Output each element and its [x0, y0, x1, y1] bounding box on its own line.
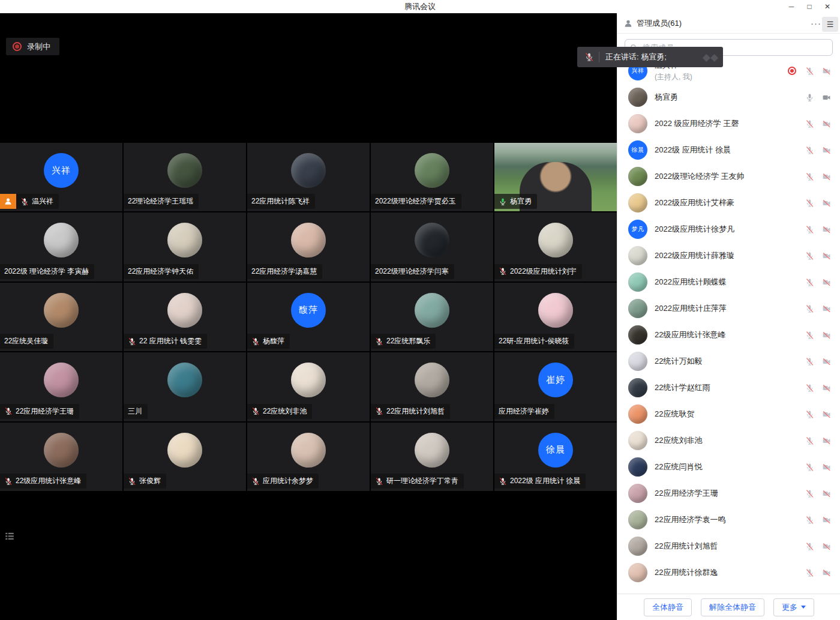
video-tile[interactable]: 22应用统计刘旭哲 — [371, 352, 493, 421]
member-mic-icon[interactable] — [805, 93, 814, 102]
video-tile[interactable]: 22研-应用统计-侯晓筱 — [494, 283, 617, 351]
member-camera-icon[interactable] — [822, 516, 831, 525]
member-mic-icon[interactable] — [805, 463, 814, 472]
member-camera-icon[interactable] — [822, 568, 831, 577]
member-camera-icon[interactable] — [822, 384, 831, 393]
member-row[interactable]: 22应用经济学袁一鸣 — [617, 507, 840, 533]
mute-all-button[interactable]: 全体静音 — [644, 598, 692, 616]
member-mic-icon[interactable] — [805, 199, 814, 208]
member-mic-icon[interactable] — [805, 146, 814, 155]
video-tile[interactable]: 22应用经济学钟天佑 — [124, 212, 246, 281]
video-tile[interactable]: 兴祥 温兴祥 — [0, 143, 122, 211]
member-mic-icon[interactable] — [805, 384, 814, 393]
member-camera-icon[interactable] — [822, 331, 831, 340]
member-camera-icon[interactable] — [822, 67, 831, 76]
member-camera-icon[interactable] — [822, 119, 831, 128]
video-tile[interactable]: 张俊辉 — [124, 423, 246, 491]
tile-avatar — [291, 223, 326, 257]
member-list[interactable]: 兴祥 温兴祥 (主持人, 我) 杨宜勇 — [617, 58, 840, 594]
member-camera-icon[interactable] — [822, 357, 831, 366]
video-tile[interactable]: 杨宜勇 — [494, 143, 617, 211]
layout-list-icon[interactable] — [4, 531, 15, 541]
member-mic-icon[interactable] — [805, 410, 814, 419]
member-mic-icon[interactable] — [805, 331, 814, 340]
video-tile[interactable]: 22应用统计陈飞祥 — [247, 143, 370, 211]
mic-muted-icon — [4, 407, 13, 415]
video-tile[interactable]: 22应用经济学汤嘉慧 — [247, 212, 370, 281]
member-camera-icon[interactable] — [822, 225, 831, 234]
tile-name-label: 研一理论经济学丁常青 — [371, 474, 464, 489]
video-tile[interactable]: 2022级应用统计刘宇 — [494, 212, 617, 281]
member-row[interactable]: 22级应用统计张意峰 — [617, 322, 840, 348]
member-row[interactable]: 2022级理论经济学 王友帅 — [617, 163, 840, 190]
video-tile[interactable]: 22应用经济学王珊 — [0, 352, 122, 421]
member-mic-icon[interactable] — [805, 304, 814, 313]
member-camera-icon[interactable] — [822, 172, 831, 181]
member-row[interactable]: 22应用统计刘旭哲 — [617, 533, 840, 559]
member-mic-icon[interactable] — [805, 251, 814, 260]
panel-more-button[interactable]: ··· — [811, 18, 821, 28]
member-row[interactable]: 22统计万如毅 — [617, 348, 840, 375]
video-tile[interactable]: 2022级理论经济学贾必玉 — [371, 143, 493, 211]
member-row[interactable]: 22应用经济学王珊 — [617, 480, 840, 507]
member-camera-icon[interactable] — [822, 93, 831, 102]
member-row[interactable]: 22统计学赵红雨 — [617, 375, 840, 401]
member-camera-icon[interactable] — [822, 146, 831, 155]
video-tile[interactable]: 2022级 理论经济学 李寅赫 — [0, 212, 122, 281]
video-tile[interactable]: 22 应用统计 钱雯雯 — [124, 283, 246, 351]
video-tile[interactable]: 崔婷 应用经济学崔婷 — [494, 352, 617, 421]
member-mic-icon[interactable] — [805, 568, 814, 577]
member-camera-icon[interactable] — [822, 304, 831, 313]
video-tile[interactable]: 2022级理论经济学闫寒 — [371, 212, 493, 281]
member-row[interactable]: 2022应用统计顾蝶蝶 — [617, 269, 840, 295]
member-camera-icon[interactable] — [822, 199, 831, 208]
member-mic-icon[interactable] — [805, 542, 814, 551]
more-button[interactable]: 更多 — [773, 598, 814, 616]
member-avatar — [628, 378, 647, 397]
member-camera-icon[interactable] — [822, 410, 831, 419]
panel-menu-button[interactable]: ☰ — [822, 17, 838, 32]
video-tile[interactable]: 三川 — [124, 352, 246, 421]
member-row[interactable]: 徐晨 2022级 应用统计 徐晨 — [617, 137, 840, 163]
member-row[interactable]: 22应统刘非池 — [617, 427, 840, 454]
tile-name-label: 2022级 理论经济学 李寅赫 — [0, 264, 94, 279]
member-mic-icon[interactable] — [805, 278, 814, 287]
video-tile[interactable]: 22应统刘非池 — [247, 352, 370, 421]
member-camera-icon[interactable] — [822, 436, 831, 445]
member-camera-icon[interactable] — [822, 542, 831, 551]
member-camera-icon[interactable] — [822, 489, 831, 498]
video-tile[interactable]: 22应统吴佳璇 — [0, 283, 122, 351]
video-tile[interactable]: 研一理论经济学丁常青 — [371, 423, 493, 491]
member-row[interactable]: 2022级应用统计薛雅璇 — [617, 242, 840, 269]
member-row[interactable]: 22应统闫肖悦 — [617, 454, 840, 480]
member-row[interactable]: 2022级应用统计艾梓豪 — [617, 190, 840, 216]
video-tile[interactable]: 22应统邢飘乐 — [371, 283, 493, 351]
member-row[interactable]: 2022 级应用经济学 王磬 — [617, 110, 840, 137]
member-mic-icon[interactable] — [805, 119, 814, 128]
close-button[interactable]: ✕ — [818, 2, 836, 11]
member-mic-icon[interactable] — [805, 67, 814, 76]
member-mic-icon[interactable] — [805, 357, 814, 366]
member-mic-icon[interactable] — [805, 436, 814, 445]
member-row[interactable]: 22应统耿贺 — [617, 401, 840, 427]
member-mic-icon[interactable] — [805, 225, 814, 234]
member-mic-icon[interactable] — [805, 489, 814, 498]
unmute-all-button[interactable]: 解除全体静音 — [701, 598, 764, 616]
member-row[interactable]: 梦凡 2022级应用统计徐梦凡 — [617, 216, 840, 242]
member-camera-icon[interactable] — [822, 251, 831, 260]
member-row[interactable]: 22应用统计徐群逸 — [617, 559, 840, 586]
member-camera-icon[interactable] — [822, 463, 831, 472]
video-tile[interactable]: 徐晨 2022级 应用统计 徐晨 — [494, 423, 617, 491]
minimize-button[interactable]: ─ — [782, 2, 800, 11]
member-mic-icon[interactable] — [805, 172, 814, 181]
tile-name: 22 应用统计 钱雯雯 — [139, 336, 202, 346]
member-row[interactable]: 2022应用统计庄萍萍 — [617, 295, 840, 322]
member-mic-icon[interactable] — [805, 516, 814, 525]
maximize-button[interactable]: □ — [800, 2, 818, 11]
video-tile[interactable]: 22理论经济学王瑶瑶 — [124, 143, 246, 211]
member-row[interactable]: 杨宜勇 — [617, 84, 840, 110]
video-tile[interactable]: 应用统计余梦梦 — [247, 423, 370, 491]
video-tile[interactable]: 22级应用统计张意峰 — [0, 423, 122, 491]
video-tile[interactable]: 馥萍 杨馥萍 — [247, 283, 370, 351]
member-camera-icon[interactable] — [822, 278, 831, 287]
